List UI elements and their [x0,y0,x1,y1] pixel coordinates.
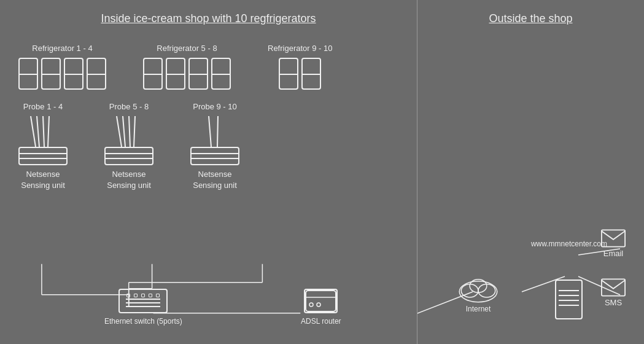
server-icon [555,280,583,319]
server-container [555,280,583,319]
ethernet-switch-label: Ethernet switch (5ports) [104,317,182,326]
refrigerator-row: Refrigerator 1 - 4 Refrigerator 5 - 8 [0,25,417,90]
probe-wires-svg-1 [18,116,68,147]
ethernet-switch-icon [118,289,168,313]
sms-icon [601,278,626,297]
probe-group-3: Probe 9 - 10 NetsenseSensing unit [190,102,239,191]
main-container: Inside ice-cream shop with 10 regfrigera… [0,0,644,344]
svg-line-8 [209,116,211,147]
probe-wires-2 [104,116,153,147]
refrig-icon [279,58,298,90]
sensing-unit-1 [18,147,68,165]
refrig-label-1: Refrigerator 1 - 4 [32,44,92,53]
probe-wires-svg-2 [104,116,153,147]
probe-wires-3 [190,116,239,147]
probe-group-2: Probe 5 - 8 NetsenseSensing unit [104,102,153,191]
refrig-units-3 [279,58,321,90]
svg-point-12 [309,303,313,307]
svg-point-13 [317,303,320,307]
svg-line-4 [117,116,122,147]
sensing-label-1: NetsenseSensing unit [21,169,65,191]
svg-rect-10 [306,291,336,311]
port-dot [149,294,152,297]
website-url-label: www.mmnetcenter.com [531,240,607,248]
internet-cloud-icon [454,273,503,303]
probe-group-1: Probe 1 - 4 NetsenseSensing unit [18,102,68,191]
internet-container: Internet [454,273,503,313]
refrig-icon [211,58,231,90]
right-section: Outside the shop www.mmnetcenter.com Int… [417,0,644,344]
refrig-icon [41,58,61,90]
port-dot [141,294,145,297]
refrig-units-2 [143,58,231,90]
adsl-icon-svg [305,290,336,312]
left-section-title: Inside ice-cream shop with 10 regfrigera… [0,0,417,25]
probe-label-3: Probe 9 - 10 [193,102,237,111]
probe-label-2: Probe 5 - 8 [109,102,149,111]
sensing-unit-3 [190,147,239,165]
internet-label: Internet [466,305,491,313]
probe-wires-1 [18,116,68,147]
refrig-icon [18,58,38,90]
probe-label-1: Probe 1 - 4 [23,102,63,111]
sensing-label-3: NetsenseSensing unit [193,169,237,191]
port-dot [134,294,138,297]
refrig-icon [64,58,83,90]
sms-container: SMS [601,278,626,307]
refrig-label-2: Refrigerator 5 - 8 [157,44,217,53]
sensing-label-2: NetsenseSensing unit [107,169,151,191]
ethernet-switch-container: Ethernet switch (5ports) [104,289,182,326]
probe-row: Probe 1 - 4 NetsenseSensing unit Probe 5… [0,90,417,191]
email-label: Email [603,249,624,258]
port-dot [156,294,160,297]
port-dot [126,294,130,297]
refrig-group-2: Refrigerator 5 - 8 [143,44,231,90]
right-section-title: Outside the shop [417,0,644,25]
svg-line-7 [134,116,135,147]
refrig-icon [301,58,321,90]
port-dots [120,290,166,297]
sms-label: SMS [605,298,622,307]
left-section: Inside ice-cream shop with 10 regfrigera… [0,0,417,344]
svg-line-0 [31,116,36,147]
svg-line-1 [37,116,39,147]
probe-wires-svg-3 [190,116,239,147]
svg-line-3 [48,116,49,147]
refrig-icon [143,58,163,90]
refrig-group-1: Refrigerator 1 - 4 [18,44,106,90]
adsl-router-container: ADSL router [301,289,341,326]
adsl-router-label: ADSL router [301,317,341,326]
email-container: Email [601,229,626,258]
svg-line-9 [217,116,218,147]
adsl-router-icon [304,289,338,313]
refrig-icon [166,58,185,90]
refrig-group-3: Refrigerator 9 - 10 [268,44,333,90]
refrig-icon [87,58,106,90]
refrig-label-3: Refrigerator 9 - 10 [268,44,333,53]
svg-line-5 [123,116,125,147]
svg-line-2 [43,116,44,147]
svg-rect-29 [602,279,625,295]
svg-line-6 [129,116,130,147]
sensing-unit-2 [104,147,153,165]
refrig-units-1 [18,58,106,90]
svg-rect-28 [602,230,625,246]
refrig-icon [188,58,208,90]
email-icon [601,229,626,248]
